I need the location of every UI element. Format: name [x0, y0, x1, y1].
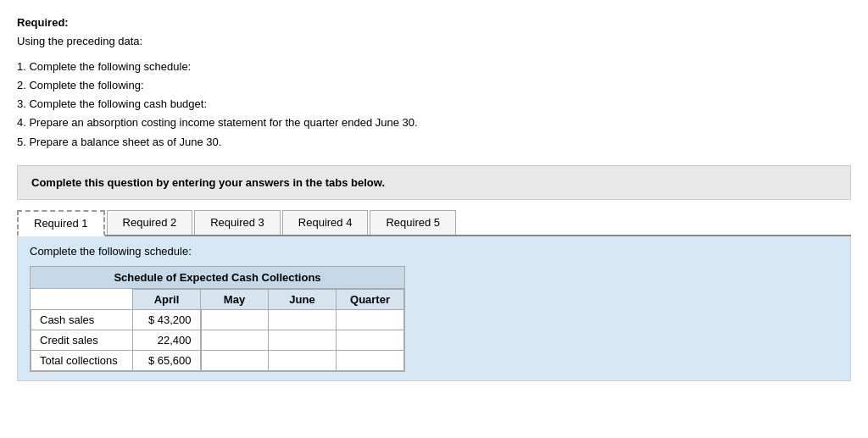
header-april: April	[133, 289, 201, 309]
instruction-line0: Using the preceding data:	[17, 32, 851, 51]
total-collections-april[interactable]: $ 65,600	[133, 350, 201, 370]
tab-required-2[interactable]: Required 2	[107, 210, 193, 235]
cash-sales-label: Cash sales	[31, 309, 133, 330]
cash-sales-may[interactable]	[201, 309, 269, 330]
required-label: Required:	[17, 14, 851, 32]
credit-sales-quarter[interactable]	[337, 330, 404, 350]
header-june: June	[269, 289, 337, 309]
table-row: Cash sales $ 43,200	[31, 309, 404, 330]
instruction-line2: 2. Complete the following:	[17, 76, 851, 95]
instruction-line3: 3. Complete the following cash budget:	[17, 95, 851, 114]
instruction-line1: 1. Complete the following schedule:	[17, 58, 851, 76]
schedule-title: Schedule of Expected Cash Collections	[31, 267, 404, 289]
header-quarter: Quarter	[337, 289, 404, 309]
header-may: May	[201, 289, 269, 309]
schedule-table: April May June Quarter Cash sales $ 43,2…	[31, 289, 404, 371]
credit-sales-june[interactable]	[269, 330, 337, 350]
table-row: Credit sales 22,400	[31, 330, 404, 350]
complete-box: Complete this question by entering your …	[17, 165, 851, 200]
tab-required-3[interactable]: Required 3	[194, 210, 281, 235]
tab-required-5[interactable]: Required 5	[370, 210, 456, 235]
credit-sales-may[interactable]	[201, 330, 269, 350]
total-collections-quarter[interactable]	[337, 350, 404, 370]
instructions-block: Required: Using the preceding data: 1. C…	[17, 14, 851, 152]
credit-sales-label: Credit sales	[31, 330, 133, 350]
total-collections-may[interactable]	[201, 350, 269, 370]
credit-sales-april[interactable]: 22,400	[133, 330, 201, 350]
schedule-table-container: Schedule of Expected Cash Collections Ap…	[30, 266, 405, 372]
instruction-line5: 5. Prepare a balance sheet as of June 30…	[17, 133, 851, 152]
cash-sales-june[interactable]	[269, 309, 337, 330]
instruction-line4: 4. Prepare an absorption costing income …	[17, 114, 851, 132]
table-row: Total collections $ 65,600	[31, 350, 404, 370]
tabs-row: Required 1 Required 2 Required 3 Require…	[17, 210, 851, 236]
total-collections-label: Total collections	[31, 350, 133, 370]
tab-required-1[interactable]: Required 1	[17, 210, 105, 236]
cash-sales-quarter[interactable]	[337, 309, 404, 330]
tab-content: Complete the following schedule: Schedul…	[17, 236, 851, 381]
total-collections-june[interactable]	[269, 350, 337, 370]
tab-content-instruction: Complete the following schedule:	[30, 245, 838, 258]
tab-required-4[interactable]: Required 4	[282, 210, 369, 235]
cash-sales-april[interactable]: $ 43,200	[133, 309, 201, 330]
